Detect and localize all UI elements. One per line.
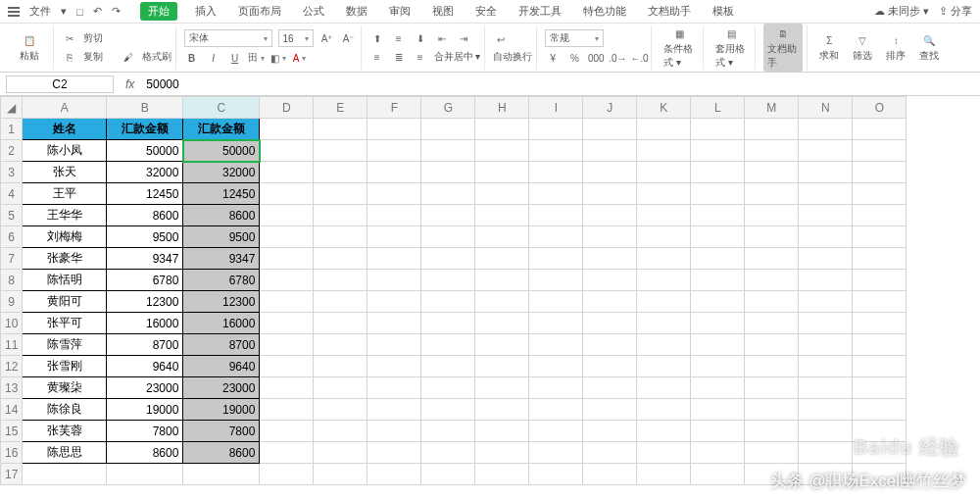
cell-K17[interactable] <box>637 464 691 485</box>
cell-L11[interactable] <box>691 334 745 356</box>
cell-H15[interactable] <box>475 421 529 442</box>
col-header-M[interactable]: M <box>745 97 799 119</box>
cell-M8[interactable] <box>745 270 799 291</box>
cell-F14[interactable] <box>368 399 421 421</box>
merge-button[interactable]: 合并居中 ▾ <box>434 50 481 64</box>
cell-G13[interactable] <box>421 377 475 399</box>
cell-F2[interactable] <box>368 140 421 162</box>
cell-I11[interactable] <box>529 334 583 356</box>
cell-L1[interactable] <box>691 119 745 140</box>
cell-H7[interactable] <box>475 248 529 270</box>
cell-O7[interactable] <box>853 248 906 270</box>
col-header-J[interactable]: J <box>583 97 637 119</box>
cell-J6[interactable] <box>583 226 637 248</box>
cell-K8[interactable] <box>637 270 691 291</box>
row-header-10[interactable]: 10 <box>1 313 23 334</box>
cell-E1[interactable] <box>314 119 368 140</box>
cell-G6[interactable] <box>421 226 475 248</box>
cell-L3[interactable] <box>691 162 745 183</box>
cell-O3[interactable] <box>853 162 906 183</box>
cell-G8[interactable] <box>421 270 475 291</box>
cell-E7[interactable] <box>314 248 368 270</box>
cell-B11[interactable]: 8700 <box>107 334 183 356</box>
cell-J15[interactable] <box>583 421 637 442</box>
cell-O4[interactable] <box>853 183 906 205</box>
cell-F11[interactable] <box>368 334 421 356</box>
col-header-E[interactable]: E <box>314 97 368 119</box>
cell-E8[interactable] <box>314 270 368 291</box>
tab-template[interactable]: 模板 <box>709 2 738 21</box>
row-header-4[interactable]: 4 <box>1 183 23 205</box>
cell-D7[interactable] <box>260 248 314 270</box>
col-header-L[interactable]: L <box>691 97 745 119</box>
cell-F7[interactable] <box>368 248 421 270</box>
cell-E2[interactable] <box>314 140 368 162</box>
tab-view[interactable]: 视图 <box>428 2 458 21</box>
cell-N10[interactable] <box>799 313 853 334</box>
row-header-5[interactable]: 5 <box>1 205 23 226</box>
cell-K13[interactable] <box>637 377 691 399</box>
cell-G2[interactable] <box>421 140 475 162</box>
cell-M7[interactable] <box>745 248 799 270</box>
cell-C3[interactable]: 32000 <box>183 162 260 183</box>
cell-L10[interactable] <box>691 313 745 334</box>
col-header-C[interactable]: C <box>183 97 260 119</box>
cell-A5[interactable]: 王华华 <box>23 205 107 226</box>
align-bot-icon[interactable]: ⬇ <box>413 30 428 46</box>
table-format-button[interactable]: ▤套用格式 ▾ <box>711 24 751 72</box>
cell-G3[interactable] <box>421 162 475 183</box>
cell-H16[interactable] <box>475 442 529 464</box>
cell-D4[interactable] <box>260 183 314 205</box>
file-dropdown-icon[interactable]: ▾ <box>61 5 67 18</box>
cell-D3[interactable] <box>260 162 314 183</box>
cell-C13[interactable]: 23000 <box>183 377 260 399</box>
cell-I2[interactable] <box>529 140 583 162</box>
cell-M4[interactable] <box>745 183 799 205</box>
cell-B8[interactable]: 6780 <box>107 270 183 291</box>
cell-N2[interactable] <box>799 140 853 162</box>
cell-D1[interactable] <box>260 119 314 140</box>
tab-data[interactable]: 数据 <box>342 2 371 21</box>
cell-N13[interactable] <box>799 377 853 399</box>
cell-H3[interactable] <box>475 162 529 183</box>
cell-B16[interactable]: 8600 <box>107 442 183 464</box>
tab-devtools[interactable]: 开发工具 <box>514 2 565 21</box>
cell-G10[interactable] <box>421 313 475 334</box>
cell-F12[interactable] <box>368 356 421 377</box>
filter-button[interactable]: ▽筛选 <box>849 30 876 65</box>
cell-G11[interactable] <box>421 334 475 356</box>
fill-color-icon[interactable]: ◧ <box>270 50 286 66</box>
col-header-A[interactable]: A <box>23 97 107 119</box>
row-header-11[interactable]: 11 <box>1 334 23 356</box>
cell-B5[interactable]: 8600 <box>107 205 183 226</box>
cell-E12[interactable] <box>314 356 368 377</box>
cell-K2[interactable] <box>637 140 691 162</box>
quick-save-icon[interactable]: □ <box>76 6 83 18</box>
cell-B15[interactable]: 7800 <box>107 421 183 442</box>
cell-C11[interactable]: 8700 <box>183 334 260 356</box>
cell-A8[interactable]: 陈恬明 <box>23 270 107 291</box>
cell-H1[interactable] <box>475 119 529 140</box>
cell-O6[interactable] <box>853 226 906 248</box>
cell-O10[interactable] <box>853 313 906 334</box>
cell-F13[interactable] <box>368 377 421 399</box>
spreadsheet-grid[interactable]: ◢ABCDEFGHIJKLMNO1姓名汇款金额汇款金额2陈小凤500005000… <box>0 96 980 485</box>
tab-security[interactable]: 安全 <box>471 2 501 21</box>
row-header-8[interactable]: 8 <box>1 270 23 291</box>
cell-B2[interactable]: 50000 <box>107 140 183 162</box>
cell-E6[interactable] <box>314 226 368 248</box>
align-mid-icon[interactable]: ≡ <box>391 30 407 46</box>
cell-J3[interactable] <box>583 162 637 183</box>
cell-I4[interactable] <box>529 183 583 205</box>
doc-helper-button[interactable]: 🗎文档助手 <box>763 24 803 72</box>
cell-F17[interactable] <box>368 464 421 485</box>
cell-G7[interactable] <box>421 248 475 270</box>
cell-A13[interactable]: 黄璨柒 <box>23 377 107 399</box>
cell-O13[interactable] <box>853 377 906 399</box>
cell-C9[interactable]: 12300 <box>183 291 260 313</box>
cell-D13[interactable] <box>260 377 314 399</box>
cell-K9[interactable] <box>637 291 691 313</box>
cell-D11[interactable] <box>260 334 314 356</box>
font-color-icon[interactable]: A <box>292 50 308 66</box>
cell-G12[interactable] <box>421 356 475 377</box>
